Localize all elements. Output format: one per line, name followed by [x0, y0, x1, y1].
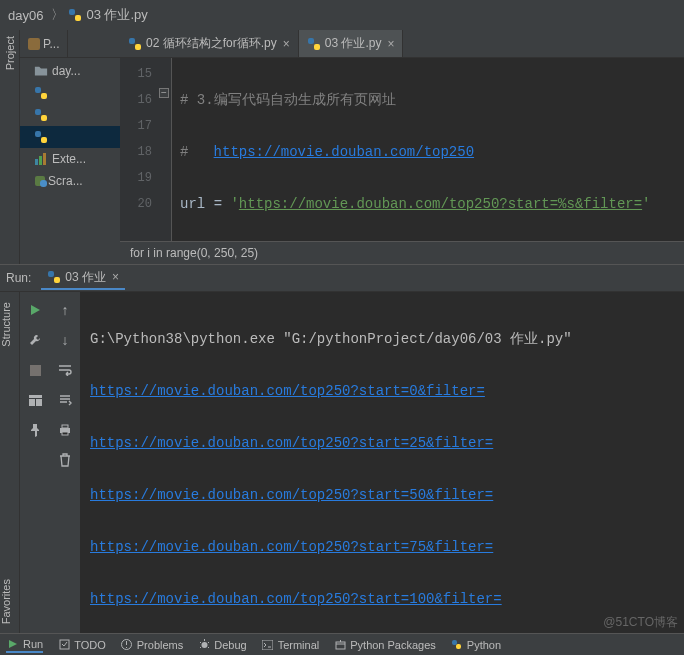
- console-link[interactable]: https://movie.douban.com/top250?start=25…: [90, 435, 493, 451]
- bottom-problems[interactable]: Problems: [120, 638, 183, 652]
- svg-rect-10: [39, 156, 42, 165]
- svg-rect-11: [43, 153, 46, 165]
- fold-icon[interactable]: −: [159, 88, 169, 98]
- tree-label: Scra...: [48, 174, 83, 188]
- tab-label: 03 作业.py: [325, 35, 382, 52]
- svg-rect-3: [35, 87, 41, 93]
- editor-pane: 02 循环结构之for循环.py × 03 作业.py × 15 16 17 1…: [120, 30, 684, 264]
- svg-rect-15: [135, 44, 141, 50]
- line-number: 16: [120, 87, 152, 113]
- code-str: ': [642, 196, 650, 212]
- svg-rect-33: [336, 642, 345, 649]
- svg-rect-26: [62, 432, 68, 435]
- console-link[interactable]: https://movie.douban.com/top250?start=0&…: [90, 383, 485, 399]
- console-link[interactable]: https://movie.douban.com/top250?start=50…: [90, 487, 493, 503]
- svg-rect-8: [41, 137, 47, 143]
- tree-folder[interactable]: day...: [20, 60, 120, 82]
- chevron-icon: 〉: [51, 6, 64, 24]
- code-link[interactable]: https://movie.douban.com/top250?start=%s…: [239, 196, 642, 212]
- close-icon[interactable]: ×: [283, 37, 290, 51]
- tree-file[interactable]: [20, 104, 120, 126]
- bottom-label: Debug: [214, 639, 246, 651]
- bottom-debug[interactable]: Debug: [197, 638, 246, 652]
- project-tab-1[interactable]: P...: [20, 30, 68, 57]
- up-arrow-icon[interactable]: ↑: [55, 298, 75, 322]
- line-number: 17: [120, 113, 152, 139]
- trash-icon[interactable]: [55, 448, 75, 472]
- soft-wrap-icon[interactable]: [55, 358, 75, 382]
- bottom-label: Run: [23, 638, 43, 650]
- svg-rect-1: [75, 15, 81, 21]
- console-output[interactable]: G:\Python38\python.exe "G:/pythonProject…: [80, 292, 684, 634]
- project-tree[interactable]: day... Exte... Scra...: [20, 58, 120, 192]
- down-arrow-icon[interactable]: ↓: [55, 328, 75, 352]
- svg-rect-34: [452, 640, 457, 645]
- tree-file-selected[interactable]: [20, 126, 120, 148]
- wrench-icon[interactable]: [25, 328, 45, 352]
- svg-rect-18: [48, 271, 54, 277]
- bottom-todo[interactable]: TODO: [57, 638, 106, 652]
- svg-rect-6: [41, 115, 47, 121]
- pin-icon[interactable]: [25, 418, 45, 442]
- svg-rect-32: [262, 640, 273, 650]
- run-tab-label: 03 作业: [65, 269, 106, 286]
- bug-icon: [197, 638, 211, 652]
- code-area[interactable]: # 3.编写代码自动生成所有页网址 # https://movie.douban…: [172, 58, 684, 241]
- breadcrumb-file[interactable]: 03 作业.py: [86, 6, 147, 24]
- editor-tab[interactable]: 02 循环结构之for循环.py ×: [120, 30, 299, 57]
- project-tab-1-label: P...: [43, 37, 59, 51]
- console-link[interactable]: https://movie.douban.com/top250?start=75…: [90, 539, 493, 555]
- run-tab[interactable]: 03 作业 ×: [41, 267, 125, 290]
- fold-gutter[interactable]: −: [158, 58, 172, 241]
- todo-icon: [57, 638, 71, 652]
- tree-external[interactable]: Exte...: [20, 148, 120, 170]
- run-button-column-1: [20, 292, 50, 634]
- warning-icon: [120, 638, 134, 652]
- console-cmd: G:\Python38\python.exe "G:/pythonProject…: [90, 326, 674, 352]
- code-link[interactable]: https://movie.douban.com/top250: [214, 144, 474, 160]
- svg-rect-0: [69, 9, 75, 15]
- svg-rect-29: [126, 641, 127, 645]
- line-number: 18: [120, 139, 152, 165]
- run-icon[interactable]: [25, 298, 45, 322]
- breadcrumb-folder[interactable]: day06: [8, 8, 43, 23]
- svg-rect-25: [62, 425, 68, 428]
- svg-rect-16: [308, 38, 314, 44]
- bottom-packages[interactable]: Python Packages: [333, 638, 436, 652]
- code-comment: # 3.编写代码自动生成所有页网址: [180, 92, 396, 108]
- console-link[interactable]: https://movie.douban.com/top250?start=10…: [90, 591, 502, 607]
- breadcrumb: day06 〉 03 作业.py: [0, 0, 684, 30]
- layout-icon[interactable]: [25, 388, 45, 412]
- close-icon[interactable]: ×: [112, 270, 119, 284]
- code-comment: #: [180, 144, 214, 160]
- tree-file[interactable]: [20, 82, 120, 104]
- close-icon[interactable]: ×: [387, 37, 394, 51]
- bottom-console[interactable]: Python: [450, 638, 501, 652]
- line-number: 19: [120, 165, 152, 191]
- tab-label: 02 循环结构之for循环.py: [146, 35, 277, 52]
- favorites-tool-button[interactable]: Favorites: [0, 573, 19, 630]
- python-file-icon: [68, 8, 82, 22]
- editor-tab-active[interactable]: 03 作业.py ×: [299, 30, 404, 57]
- structure-tool-button[interactable]: Structure: [0, 296, 19, 353]
- tree-scratches[interactable]: Scra...: [20, 170, 120, 192]
- project-tool-button[interactable]: Project: [4, 30, 16, 76]
- scroll-end-icon[interactable]: [55, 388, 75, 412]
- run-title: Run:: [6, 271, 31, 285]
- run-header: Run: 03 作业 ×: [0, 264, 684, 292]
- editor-crumb-bar[interactable]: for i in range(0, 250, 25): [120, 241, 684, 264]
- svg-rect-14: [129, 38, 135, 44]
- print-icon[interactable]: [55, 418, 75, 442]
- line-gutter[interactable]: 15 16 17 18 19 20: [120, 58, 158, 241]
- line-number: 20: [120, 191, 152, 217]
- svg-rect-35: [456, 644, 461, 649]
- stop-icon[interactable]: [25, 358, 45, 382]
- svg-rect-2: [28, 38, 40, 50]
- bottom-run[interactable]: Run: [6, 637, 43, 653]
- left-tool-rail: Project: [0, 30, 20, 264]
- packages-icon: [333, 638, 347, 652]
- svg-rect-13: [40, 180, 47, 187]
- bottom-terminal[interactable]: Terminal: [261, 638, 320, 652]
- bottom-label: Terminal: [278, 639, 320, 651]
- svg-rect-9: [35, 159, 38, 165]
